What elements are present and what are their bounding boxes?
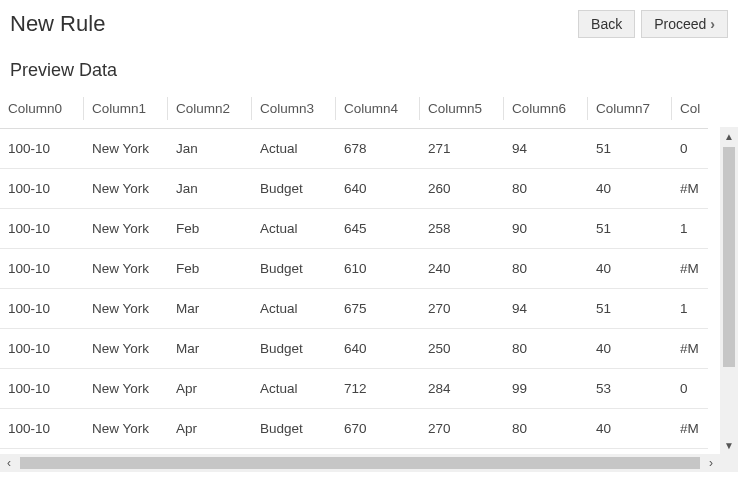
table-cell: 640	[336, 329, 420, 369]
table-cell: Actual	[252, 129, 336, 169]
column-header[interactable]: Column2	[168, 89, 252, 129]
table-cell: 645	[336, 209, 420, 249]
table-cell: Budget	[252, 249, 336, 289]
table-cell: 100-10	[0, 409, 84, 449]
table-cell: 1	[672, 209, 708, 249]
table-cell: #M	[672, 409, 708, 449]
scrollbar-corner	[720, 454, 738, 472]
scroll-right-icon[interactable]: ›	[702, 454, 720, 472]
table-cell: Budget	[252, 169, 336, 209]
table-cell: 100-10	[0, 329, 84, 369]
table-cell: 99	[504, 369, 588, 409]
table-cell: Mar	[168, 289, 252, 329]
column-header[interactable]: Col	[672, 89, 708, 129]
horizontal-scrollbar[interactable]: ‹ ›	[0, 454, 720, 472]
table-cell: 40	[588, 169, 672, 209]
table-cell: 94	[504, 289, 588, 329]
page-title: New Rule	[10, 11, 105, 37]
proceed-button[interactable]: Proceed ›	[641, 10, 728, 38]
table-cell: 100-10	[0, 129, 84, 169]
table-cell: New York	[84, 129, 168, 169]
table-cell: 94	[504, 129, 588, 169]
vertical-scrollbar[interactable]: ▲ ▼	[720, 127, 738, 454]
table-cell: 258	[420, 209, 504, 249]
column-header[interactable]: Column7	[588, 89, 672, 129]
table-cell: 0	[672, 129, 708, 169]
table-cell: 0	[672, 369, 708, 409]
column-header[interactable]: Column0	[0, 89, 84, 129]
scroll-left-icon[interactable]: ‹	[0, 454, 18, 472]
back-button[interactable]: Back	[578, 10, 635, 38]
table-cell: New York	[84, 409, 168, 449]
preview-table-viewport[interactable]: Column0 Column1 Column2 Column3 Column4 …	[0, 89, 718, 454]
table-cell: 40	[588, 329, 672, 369]
table-cell: New York	[84, 209, 168, 249]
table-cell: 80	[504, 329, 588, 369]
table-cell: Budget	[252, 409, 336, 449]
column-header[interactable]: Column1	[84, 89, 168, 129]
column-header[interactable]: Column3	[252, 89, 336, 129]
table-cell: 240	[420, 249, 504, 289]
table-cell: Actual	[252, 289, 336, 329]
table-cell: 270	[420, 409, 504, 449]
table-row[interactable]: 100-10New YorkMarBudget6402508040#M	[0, 329, 708, 369]
table-cell: 80	[504, 409, 588, 449]
table-cell: 51	[588, 289, 672, 329]
table-cell: Mar	[168, 329, 252, 369]
back-button-label: Back	[591, 16, 622, 32]
table-cell: #M	[672, 249, 708, 289]
table-row[interactable]: 100-10New YorkAprActual71228499530	[0, 369, 708, 409]
preview-title: Preview Data	[0, 38, 738, 89]
table-cell: Actual	[252, 369, 336, 409]
table-cell: 250	[420, 329, 504, 369]
table-row[interactable]: 100-10New YorkFebBudget6102408040#M	[0, 249, 708, 289]
table-row[interactable]: 100-10New YorkMarActual67527094511	[0, 289, 708, 329]
table-cell: 640	[336, 169, 420, 209]
table-cell: Budget	[252, 329, 336, 369]
scroll-thumb-horizontal[interactable]	[20, 457, 700, 469]
table-cell: 40	[588, 249, 672, 289]
column-header[interactable]: Column6	[504, 89, 588, 129]
column-header[interactable]: Column4	[336, 89, 420, 129]
table-cell: New York	[84, 169, 168, 209]
table-cell: 675	[336, 289, 420, 329]
table-cell: 100-10	[0, 369, 84, 409]
table-cell: 1	[672, 289, 708, 329]
table-cell: 270	[420, 289, 504, 329]
preview-table: Column0 Column1 Column2 Column3 Column4 …	[0, 89, 708, 454]
table-cell: 80	[504, 249, 588, 289]
table-cell: 260	[420, 169, 504, 209]
table-cell: Apr	[168, 409, 252, 449]
table-cell: 40	[588, 409, 672, 449]
table-cell: 100-10	[0, 289, 84, 329]
scroll-thumb-vertical[interactable]	[723, 147, 735, 367]
table-row[interactable]: 100-10New YorkFebActual64525890511	[0, 209, 708, 249]
table-row[interactable]: 100-10New YorkJanBudget6402608040#M	[0, 169, 708, 209]
table-cell: Actual	[252, 209, 336, 249]
table-cell: Jan	[168, 129, 252, 169]
scroll-up-icon[interactable]: ▲	[720, 127, 738, 145]
proceed-button-label: Proceed	[654, 16, 706, 32]
table-cell: Feb	[168, 249, 252, 289]
scroll-down-icon[interactable]: ▼	[720, 436, 738, 454]
table-cell: #M	[672, 329, 708, 369]
table-cell: 670	[336, 409, 420, 449]
table-cell: 51	[588, 209, 672, 249]
table-cell: 678	[336, 129, 420, 169]
table-cell: 100-10	[0, 169, 84, 209]
table-cell: 100-10	[0, 249, 84, 289]
table-cell: #M	[672, 169, 708, 209]
table-row[interactable]: 100-10New YorkJanActual67827194510	[0, 129, 708, 169]
table-cell: 271	[420, 129, 504, 169]
table-cell: Jan	[168, 169, 252, 209]
table-cell: New York	[84, 329, 168, 369]
table-row[interactable]: 100-10New YorkAprBudget6702708040#M	[0, 409, 708, 449]
table-cell: 51	[588, 129, 672, 169]
table-cell: Apr	[168, 369, 252, 409]
column-header[interactable]: Column5	[420, 89, 504, 129]
table-cell: 284	[420, 369, 504, 409]
table-cell: 100-10	[0, 209, 84, 249]
table-cell: 712	[336, 369, 420, 409]
chevron-right-icon: ›	[710, 16, 715, 32]
table-cell: Feb	[168, 209, 252, 249]
